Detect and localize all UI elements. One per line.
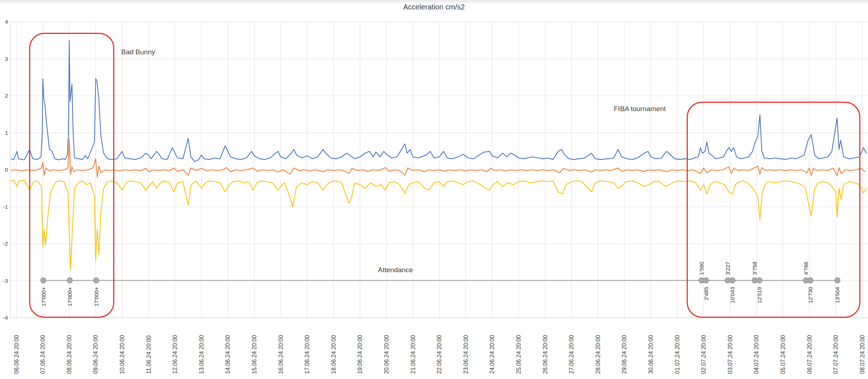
x-axis-tick-label: 18.06.24 20:00 [331,335,337,374]
x-axis-tick-label: 07.06.24 20:00 [40,335,46,374]
x-axis-tick-label: 07.07.24 20:00 [833,335,839,374]
x-axis-tick-label: 24.06.24 20:00 [489,335,495,374]
y-axis-tick-label: 2 [5,93,8,99]
y-axis-tick-label: -1 [3,204,8,210]
x-axis-tick-label: 03.07.24 20:00 [727,335,733,374]
annotation-bad-bunny: Bad Bunny [121,48,155,56]
x-axis-tick-label: 10.06.24 20:00 [119,335,125,374]
x-axis-tick-label: 21.06.24 20:00 [410,335,416,374]
x-axis-tick-label: 29.06.24 20:00 [621,335,627,374]
highlight-region-fiba [687,102,860,318]
y-axis-tick-label: -3 [3,278,8,284]
x-axis-tick-label: 12.06.24 20:00 [172,335,178,374]
x-axis-tick-label: 15.06.24 20:00 [251,335,257,374]
y-axis-tick-label: 1 [5,130,8,136]
annotation-attendance: Attendance [378,266,413,274]
x-axis-tick-label: 20.06.24 20:00 [383,335,390,374]
x-axis-tick-label: 27.06.24 20:00 [568,335,575,374]
y-axis-tick-label: -2 [3,241,8,247]
x-axis-tick-label: 28.06.24 20:00 [595,335,601,374]
y-axis-tick-label: 4 [5,19,8,25]
x-axis-tick-label: 01.07.24 20:00 [674,335,680,374]
x-axis-tick-label: 05.07.24 20:00 [780,335,786,374]
highlight-region-bad-bunny [29,33,114,318]
y-axis-tick-label: -4 [3,314,8,321]
x-axis-tick-label: 02.07.24 20:00 [701,335,707,374]
x-axis-tick-label: 22.06.24 20:00 [436,335,442,374]
annotation-fiba-tournament: FIBA tournament [614,105,666,113]
x-axis-tick-label: 14.06.24 20:00 [225,335,231,374]
chart-page: Acceleration cm/s2 43210-1-2-3-406.06.24… [0,0,868,379]
x-axis-tick-label: 13.06.24 20:00 [198,335,205,374]
x-axis-tick-label: 08.06.24 20:00 [66,335,72,374]
x-axis-tick-label: 26.06.24 20:00 [542,335,548,374]
x-axis-tick-label: 06.06.24 20:00 [13,335,20,374]
y-axis-tick-label: 3 [5,56,8,62]
x-axis-tick-label: 06.07.24 20:00 [806,335,813,374]
x-axis-tick-label: 30.06.24 20:00 [648,335,654,374]
x-axis-tick-label: 23.06.24 20:00 [463,335,469,374]
x-axis-tick-label: 08.07.24 20:00 [859,335,865,374]
x-axis-tick-label: 11.06.24 20:00 [146,335,152,374]
x-axis-tick-label: 09.06.24 20:00 [92,335,99,374]
x-axis-tick-label: 04.07.24 20:00 [753,335,760,374]
y-axis-tick-label: 0 [5,167,8,173]
x-axis-tick-label: 16.06.24 20:00 [278,335,284,374]
x-axis-tick-label: 19.06.24 20:00 [357,335,363,374]
x-axis-tick-label: 17.06.24 20:00 [304,335,310,374]
x-axis-tick-label: 25.06.24 20:00 [516,335,522,374]
